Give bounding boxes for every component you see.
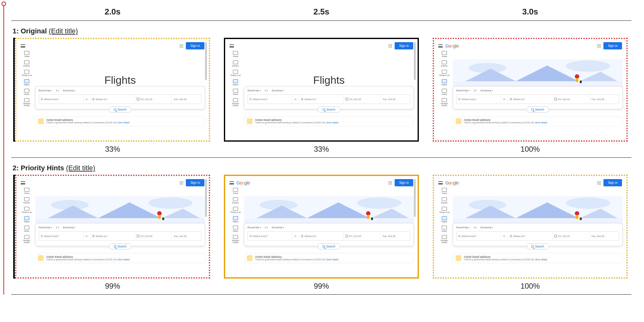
warning-icon (247, 255, 253, 261)
timeline-line (3, 2, 4, 295)
flights-page-thumbnail: Google Sign in Travel Explore Things to … (435, 40, 625, 139)
advisory-banner: Active travel advisory There's a governm… (35, 253, 205, 263)
time-col-2: 3.0s (429, 7, 631, 17)
search-card: Round trip 1 Economy Where from? ⇄ Where… (244, 223, 414, 246)
svg-point-37 (157, 211, 162, 216)
advisory-body: There's a government travel advisory rel… (255, 258, 338, 261)
frame-wrap: Google Sign in Travel Explore Things to … (433, 175, 628, 279)
search-button: Search (109, 106, 131, 113)
menu-icon (21, 44, 25, 48)
date-return-field: Tue, Oct 26 (589, 232, 619, 240)
search-button: Search (527, 106, 549, 113)
search-button: Search (109, 243, 131, 250)
edit-title-link[interactable]: (Edit title) (66, 164, 95, 172)
run-index: 1 (13, 27, 16, 35)
advisory-body: There's a government travel advisory rel… (255, 121, 338, 124)
advisory-more-link: More details (118, 258, 130, 261)
advisory-title: Active travel advisory (464, 118, 547, 121)
flights-page-thumbnail: Google Sign in Travel Explore Things to … (18, 177, 208, 276)
menu-icon (230, 44, 234, 48)
time-col-0: 2.0s (11, 7, 214, 17)
svg-point-22 (566, 60, 610, 72)
hero: Flights (453, 187, 623, 224)
swap-icon: ⇄ (83, 95, 91, 104)
date-depart-field: Fri, Oct 22 (552, 232, 589, 240)
sign-in-button: Sign in (395, 42, 413, 49)
menu-icon (21, 181, 25, 184)
trip-type-chip: Round trip (39, 89, 52, 92)
apps-icon (388, 181, 392, 185)
search-icon (531, 108, 534, 111)
date-return-field: Tue, Oct 26 (380, 95, 410, 104)
to-field: Where to? (508, 232, 552, 240)
google-logo: Google (445, 43, 458, 48)
visual-complete-pct: 100% (520, 145, 540, 154)
date-return-field: Tue, Oct 26 (380, 232, 410, 240)
visual-complete-pct: 99% (105, 282, 120, 291)
sign-in-button: Sign in (186, 42, 204, 49)
from-field: Where from? (248, 95, 292, 104)
filmstrip-cell: Google Sign in Travel Explore Things to … (220, 38, 423, 154)
search-button: Search (527, 243, 549, 250)
date-return-field: Tue, Oct 26 (172, 232, 201, 240)
edit-title-link[interactable]: (Edit title) (49, 27, 78, 35)
pax-chip: 1 (265, 226, 268, 229)
cabin-chip: Economy (480, 89, 493, 92)
advisory-more-link: More details (535, 258, 547, 261)
visual-complete-pct: 33% (314, 145, 329, 154)
to-field: Where to? (91, 95, 135, 104)
svg-rect-29 (580, 81, 582, 83)
frame[interactable]: Google Sign in Travel Explore Things to … (224, 38, 419, 142)
hero-illustration (453, 59, 623, 88)
filmstrip-cell: Google Sign in Travel Explore Things to … (429, 38, 631, 154)
svg-point-57 (575, 211, 579, 216)
to-field: Where to? (299, 95, 344, 104)
cabin-chip: Economy (63, 226, 75, 229)
filmstrip-cell: Google Sign in Travel Explore Things to … (429, 175, 631, 291)
filmstrip-cell: Google Sign in Travel Explore Things to … (11, 38, 214, 154)
sign-in-button: Sign in (186, 179, 204, 186)
menu-icon (438, 181, 443, 184)
frame[interactable]: Google Sign in Travel Explore Things to … (15, 38, 210, 142)
search-card: Round trip 1 Economy Where from? ⇄ Where… (244, 86, 414, 109)
frame[interactable]: Google Sign in Travel Explore Things to … (15, 175, 210, 279)
hero: Flights (35, 187, 205, 224)
run-title: 2: Priority Hints (Edit title) (11, 158, 644, 175)
svg-point-52 (566, 197, 610, 209)
filmstrip-cell: Google Sign in Travel Explore Things to … (220, 175, 423, 291)
hero: Flights (244, 50, 414, 88)
trip-type-chip: Round trip (247, 89, 261, 92)
warning-icon (247, 118, 253, 124)
date-depart-field: Fri, Oct 22 (135, 95, 172, 104)
advisory-more-link: More details (326, 121, 338, 124)
search-icon (114, 108, 116, 111)
hero: Flights (453, 50, 623, 88)
warning-icon (456, 255, 461, 261)
search-card: Round trip 1 Economy Where from? ⇄ Where… (453, 86, 623, 109)
sign-in-button: Sign in (603, 179, 622, 186)
frame[interactable]: Google Sign in Travel Explore Things to … (433, 175, 628, 279)
sidebar: Travel Explore Things to do Flights Hote… (229, 188, 242, 246)
svg-point-27 (575, 74, 579, 79)
pax-chip: 1 (56, 226, 59, 229)
apps-icon (180, 181, 183, 185)
trip-type-chip: Round trip (247, 226, 261, 229)
flights-page-thumbnail: Google Sign in Travel Explore Things to … (18, 40, 208, 139)
hero-title: Flights (313, 74, 345, 86)
visual-complete-pct: 33% (105, 145, 120, 154)
flights-page-thumbnail: Google Sign in Travel Explore Things to … (226, 177, 416, 276)
apps-icon (597, 181, 601, 185)
svg-rect-39 (162, 217, 164, 220)
frame[interactable]: Google Sign in Travel Explore Things to … (224, 175, 419, 279)
timeline-marker (2, 2, 6, 6)
sign-in-button: Sign in (395, 179, 413, 186)
cabin-chip: Economy (63, 89, 75, 92)
sign-in-button: Sign in (603, 42, 622, 49)
advisory-banner: Active travel advisory There's a governm… (244, 253, 414, 263)
warning-icon (456, 118, 461, 124)
swap-icon: ⇄ (292, 95, 299, 104)
frame[interactable]: Google Sign in Travel Explore Things to … (433, 38, 628, 142)
to-field: Where to? (299, 232, 344, 240)
swap-icon: ⇄ (83, 232, 91, 240)
from-field: Where from? (39, 95, 83, 104)
